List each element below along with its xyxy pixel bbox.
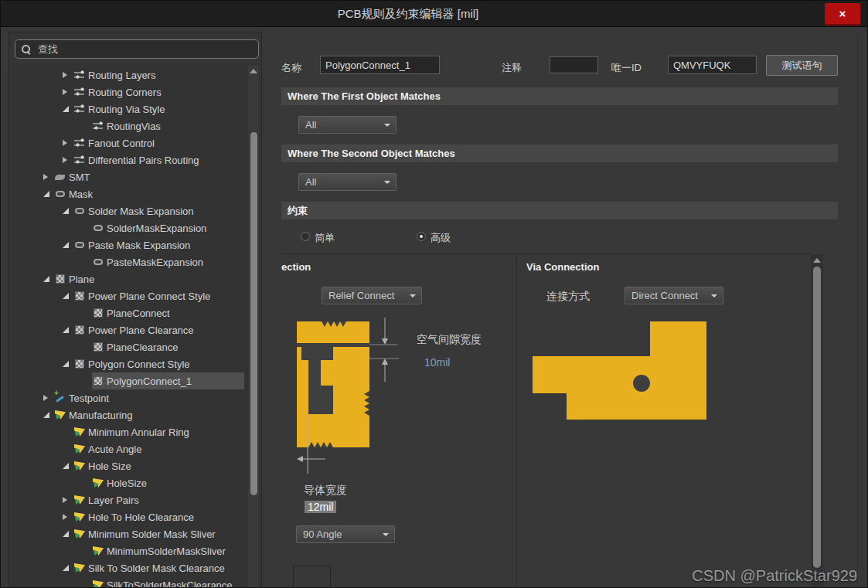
tree-item[interactable]: Routing Layers: [11, 66, 260, 83]
chevron-down-icon: [410, 294, 416, 297]
tree-item[interactable]: PlaneConnect: [11, 304, 260, 321]
air-gap-value[interactable]: 10mil: [424, 356, 450, 369]
tree-item[interactable]: Hole To Hole Clearance: [11, 508, 260, 525]
tree-item[interactable]: Layer Pairs: [11, 491, 260, 508]
tree-item-label: Minimum Annular Ring: [88, 427, 189, 438]
radio-simple[interactable]: [301, 232, 310, 241]
first-match-dropdown[interactable]: All: [298, 116, 397, 134]
tree-item[interactable]: SilkToSolderMaskClearance: [11, 576, 260, 588]
via-mode-dropdown[interactable]: Direct Connect: [625, 287, 723, 304]
unique-id-label: 唯一ID: [611, 61, 642, 75]
tree-item-label: PasteMaskExpansion: [107, 257, 203, 268]
tree-item-label: Routing Via Style: [88, 104, 165, 115]
corner-angle-value: 90 Angle: [303, 526, 342, 542]
tree-item[interactable]: Paste Mask Expansion: [11, 236, 260, 253]
radio-simple-label: 简单: [315, 231, 335, 245]
radio-advanced[interactable]: [417, 232, 426, 241]
routing-icon: [73, 69, 86, 81]
tree-item[interactable]: Acute Angle: [11, 440, 260, 457]
tree-item[interactable]: SolderMaskExpansion: [11, 219, 260, 236]
tree-item[interactable]: PolygonConnect_1: [11, 372, 260, 389]
close-button[interactable]: ×: [825, 3, 860, 24]
tree-item[interactable]: PlaneClearance: [11, 338, 260, 355]
expand-arrow-icon[interactable]: [63, 495, 73, 505]
scroll-up-icon[interactable]: [250, 69, 257, 73]
connect-style-dropdown[interactable]: Relief Connect: [322, 287, 422, 304]
tree-item[interactable]: Solder Mask Expansion: [11, 202, 260, 219]
name-input[interactable]: [320, 56, 440, 74]
tree-item[interactable]: PasteMaskExpansion: [11, 253, 260, 270]
expand-arrow-icon[interactable]: [63, 155, 73, 165]
test-query-button[interactable]: 测试语句: [766, 55, 838, 76]
expand-arrow-icon[interactable]: [43, 393, 54, 403]
tree-item-label: SolderMaskExpansion: [107, 223, 206, 234]
tree-item-label: PolygonConnect_1: [107, 376, 192, 387]
tree-item[interactable]: Routing Corners: [11, 83, 260, 100]
unique-id-input[interactable]: [668, 56, 757, 74]
collapse-arrow-icon[interactable]: [63, 104, 73, 114]
plane-icon: [92, 307, 104, 319]
radio-advanced-label: 高级: [431, 231, 451, 245]
conductor-width-value[interactable]: 12mil: [305, 501, 336, 513]
tree-scrollbar[interactable]: [248, 65, 259, 588]
tree-item[interactable]: Minimum Solder Mask Sliver: [11, 525, 260, 542]
search-box[interactable]: [15, 39, 259, 59]
collapse-arrow-icon[interactable]: [63, 461, 73, 471]
corner-angle-dropdown[interactable]: 90 Angle: [296, 525, 395, 543]
tree-item-label: Acute Angle: [88, 444, 141, 455]
tree-item-label: Plane: [69, 274, 94, 285]
expand-arrow-icon[interactable]: [63, 512, 73, 522]
expand-arrow-icon[interactable]: [63, 87, 73, 97]
chevron-down-icon: [383, 533, 389, 536]
manufacturing-icon: [92, 545, 104, 557]
manufacturing-icon: [73, 562, 86, 574]
tree-item-label: Routing Corners: [88, 87, 162, 98]
constraints-scrollbar[interactable]: [811, 254, 823, 588]
collapse-arrow-icon[interactable]: [43, 410, 54, 420]
tree-scrollbar-thumb[interactable]: [250, 132, 257, 495]
partial-diagram-box: [293, 566, 331, 588]
tree-item[interactable]: Minimum Annular Ring: [11, 423, 260, 440]
tree-item[interactable]: Hole Size: [11, 457, 260, 474]
constraints-scrollbar-thumb[interactable]: [813, 267, 821, 568]
tree-item[interactable]: Power Plane Clearance: [11, 321, 260, 338]
collapse-arrow-icon[interactable]: [43, 274, 54, 284]
expand-arrow-icon[interactable]: [63, 138, 73, 148]
tree-item[interactable]: Differential Pairs Routing: [11, 151, 260, 168]
tree-item[interactable]: Silk To Solder Mask Clearance: [11, 559, 260, 576]
collapse-arrow-icon[interactable]: [63, 529, 73, 539]
tree-item[interactable]: SMT: [11, 168, 260, 185]
comment-input[interactable]: [550, 56, 598, 73]
collapse-arrow-icon[interactable]: [63, 325, 73, 335]
tree-item[interactable]: Polygon Connect Style: [11, 355, 260, 372]
tree-item[interactable]: Routing Via Style: [11, 100, 260, 117]
connect-style-header: ection: [281, 261, 311, 273]
collapse-arrow-icon[interactable]: [63, 563, 73, 573]
second-match-dropdown[interactable]: All: [298, 173, 397, 191]
manufacturing-icon: [73, 494, 86, 506]
second-match-value: All: [305, 174, 316, 190]
dialog-right-border: [857, 32, 858, 588]
collapse-arrow-icon[interactable]: [63, 291, 73, 301]
collapse-arrow-icon[interactable]: [63, 240, 73, 250]
expand-arrow-icon[interactable]: [43, 172, 54, 182]
tree-item[interactable]: Mask: [11, 185, 260, 202]
tree-item[interactable]: MinimumSolderMaskSliver: [11, 542, 260, 559]
tree-item[interactable]: Manufacturing: [11, 406, 260, 423]
manufacturing-icon: [73, 511, 86, 523]
direct-connect-diagram: [516, 314, 818, 491]
via-connection-header: Via Connection: [526, 261, 599, 273]
tree-item[interactable]: HoleSize: [11, 474, 260, 491]
tree-item-label: Testpoint: [69, 393, 109, 404]
tree-item[interactable]: Plane: [11, 270, 260, 287]
collapse-arrow-icon[interactable]: [43, 189, 54, 199]
tree-item[interactable]: Power Plane Connect Style: [11, 287, 260, 304]
tree-item[interactable]: Testpoint: [11, 389, 260, 406]
collapse-arrow-icon[interactable]: [63, 359, 73, 369]
tree-item[interactable]: Fanout Control: [11, 134, 260, 151]
expand-arrow-icon[interactable]: [63, 70, 73, 80]
scroll-up-icon[interactable]: [813, 258, 821, 263]
tree-item[interactable]: RoutingVias: [11, 117, 260, 134]
collapse-arrow-icon[interactable]: [63, 206, 73, 216]
search-input[interactable]: [36, 42, 253, 56]
